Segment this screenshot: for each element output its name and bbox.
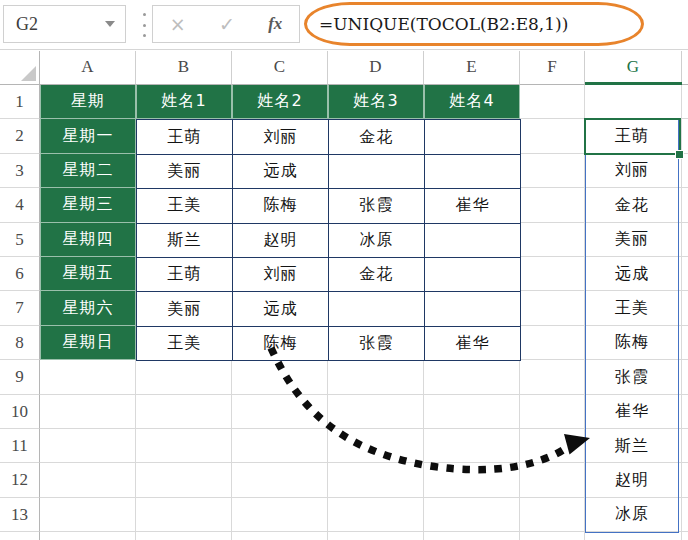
table-header-cell[interactable]: 姓名2 bbox=[232, 85, 328, 119]
data-cell[interactable]: 金花 bbox=[328, 257, 425, 292]
data-cell[interactable]: 王萌 bbox=[136, 257, 233, 292]
selected-column-underline bbox=[585, 82, 682, 85]
table-header-cell[interactable]: 星期 bbox=[40, 85, 136, 119]
formula-bar-divider bbox=[0, 49, 688, 50]
row-header-3[interactable]: 3 bbox=[0, 154, 40, 188]
spill-value-cell[interactable]: 陈梅 bbox=[585, 326, 679, 360]
data-cell[interactable]: 陈梅 bbox=[232, 188, 329, 223]
column-header-sliver bbox=[682, 51, 688, 85]
row-header-1[interactable]: 1 bbox=[0, 85, 40, 119]
formula-text: =UNIQUE(TOCOL(B2:E8,1)) bbox=[319, 14, 568, 34]
spreadsheet-app: G2 × ✓ fx =UNIQUE(TOCOL(B2:E8,1)) ABCDEF… bbox=[0, 0, 688, 540]
column-header-A[interactable]: A bbox=[40, 51, 136, 85]
enter-icon[interactable]: ✓ bbox=[219, 15, 235, 34]
data-cell[interactable]: 张霞 bbox=[328, 326, 425, 361]
spill-value-cell[interactable]: 美丽 bbox=[585, 223, 679, 257]
data-cell[interactable]: 张霞 bbox=[328, 188, 425, 223]
formula-bar-separator-dots bbox=[141, 13, 147, 37]
column-header-G[interactable]: G bbox=[585, 51, 682, 85]
spill-value-cell[interactable]: 赵明 bbox=[585, 463, 679, 497]
table-header-cell[interactable]: 姓名3 bbox=[328, 85, 424, 119]
data-cell[interactable] bbox=[328, 154, 425, 189]
day-cell[interactable]: 星期六 bbox=[40, 291, 136, 325]
row-header-7[interactable]: 7 bbox=[0, 291, 40, 325]
spill-value-cell[interactable]: 张霞 bbox=[585, 360, 679, 394]
row-header-4[interactable]: 4 bbox=[0, 188, 40, 222]
day-cell[interactable]: 星期四 bbox=[40, 223, 136, 257]
spill-value-cell[interactable]: 刘丽 bbox=[585, 154, 679, 188]
data-cell[interactable] bbox=[328, 291, 425, 326]
formula-input[interactable]: =UNIQUE(TOCOL(B2:E8,1)) bbox=[303, 5, 688, 43]
data-cell[interactable]: 美丽 bbox=[136, 154, 233, 189]
row-header-10[interactable]: 10 bbox=[0, 395, 40, 429]
table-header-cell[interactable]: 姓名4 bbox=[424, 85, 520, 119]
day-cell[interactable]: 星期一 bbox=[40, 119, 136, 153]
data-cell[interactable]: 王萌 bbox=[136, 119, 233, 154]
data-cell[interactable] bbox=[424, 154, 521, 189]
spill-value-cell[interactable]: 斯兰 bbox=[585, 429, 679, 463]
column-header-E[interactable]: E bbox=[424, 51, 520, 85]
chevron-down-icon[interactable] bbox=[105, 21, 115, 27]
data-cell[interactable]: 赵明 bbox=[232, 223, 329, 258]
data-cell[interactable] bbox=[424, 291, 521, 326]
data-cell[interactable]: 王美 bbox=[136, 326, 233, 361]
spill-value-cell[interactable]: 远成 bbox=[585, 257, 679, 291]
data-cell[interactable]: 冰原 bbox=[328, 223, 425, 258]
name-box-value: G2 bbox=[16, 14, 105, 35]
row-header-6[interactable]: 6 bbox=[0, 257, 40, 291]
row-header-5[interactable]: 5 bbox=[0, 223, 40, 257]
spill-value-cell[interactable]: 金花 bbox=[585, 188, 679, 222]
name-box[interactable]: G2 bbox=[3, 5, 126, 43]
data-cell[interactable] bbox=[424, 119, 521, 154]
spill-value-cell[interactable]: 王美 bbox=[585, 291, 679, 325]
data-cell[interactable] bbox=[424, 223, 521, 258]
spill-value-cell[interactable]: 崔华 bbox=[585, 395, 679, 429]
row-header-8[interactable]: 8 bbox=[0, 326, 40, 360]
data-cell[interactable]: 刘丽 bbox=[232, 119, 329, 154]
formula-buttons: × ✓ fx bbox=[152, 5, 300, 43]
insert-function-icon[interactable]: fx bbox=[268, 14, 282, 34]
data-cell[interactable]: 崔华 bbox=[424, 188, 521, 223]
row-header-9[interactable]: 9 bbox=[0, 360, 40, 394]
row-header-13[interactable]: 13 bbox=[0, 498, 40, 532]
day-cell[interactable]: 星期三 bbox=[40, 188, 136, 222]
row-header-sliver bbox=[0, 532, 40, 540]
column-header-F[interactable]: F bbox=[520, 51, 585, 85]
data-cell[interactable]: 美丽 bbox=[136, 291, 233, 326]
data-cell[interactable]: 斯兰 bbox=[136, 223, 233, 258]
data-cell[interactable]: 金花 bbox=[328, 119, 425, 154]
fill-handle[interactable] bbox=[675, 150, 684, 159]
data-cell[interactable]: 陈梅 bbox=[232, 326, 329, 361]
row-header-11[interactable]: 11 bbox=[0, 429, 40, 463]
row-header-12[interactable]: 12 bbox=[0, 463, 40, 497]
row-header-2[interactable]: 2 bbox=[0, 119, 40, 153]
day-cell[interactable]: 星期五 bbox=[40, 257, 136, 291]
table-header-cell[interactable]: 姓名1 bbox=[136, 85, 232, 119]
formula-bar: G2 × ✓ fx =UNIQUE(TOCOL(B2:E8,1)) bbox=[0, 0, 688, 50]
column-header-B[interactable]: B bbox=[136, 51, 232, 85]
data-cell[interactable]: 远成 bbox=[232, 291, 329, 326]
select-all-corner[interactable] bbox=[0, 51, 40, 85]
data-cell[interactable]: 刘丽 bbox=[232, 257, 329, 292]
data-cell[interactable]: 崔华 bbox=[424, 326, 521, 361]
cancel-icon[interactable]: × bbox=[170, 15, 186, 34]
data-cell[interactable]: 王美 bbox=[136, 188, 233, 223]
day-cell[interactable]: 星期日 bbox=[40, 326, 136, 360]
column-header-D[interactable]: D bbox=[328, 51, 424, 85]
active-cell-selection[interactable] bbox=[584, 118, 681, 155]
spill-value-cell[interactable]: 冰原 bbox=[585, 498, 679, 532]
day-cell[interactable]: 星期二 bbox=[40, 154, 136, 188]
data-cell[interactable] bbox=[424, 257, 521, 292]
data-cell[interactable]: 远成 bbox=[232, 154, 329, 189]
column-header-C[interactable]: C bbox=[232, 51, 328, 85]
